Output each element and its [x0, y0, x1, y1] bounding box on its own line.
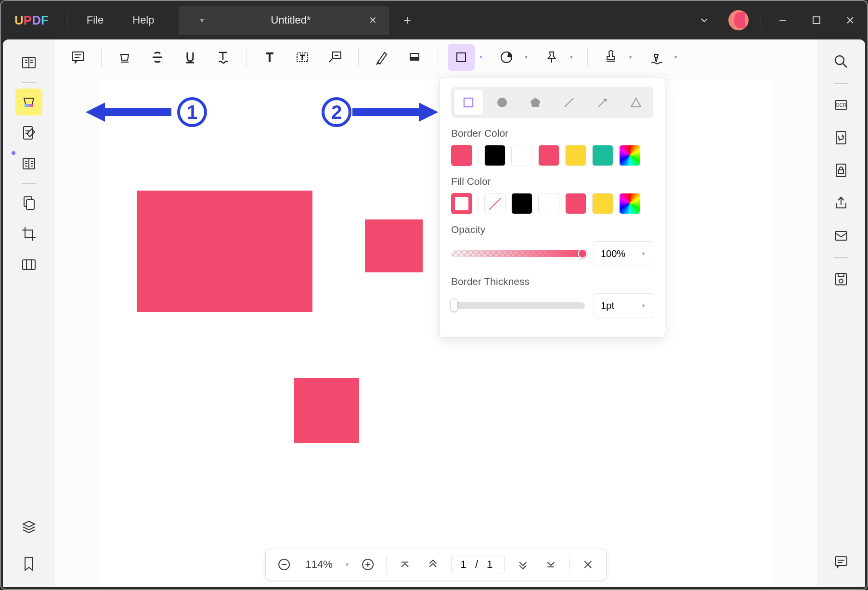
user-avatar[interactable]	[728, 10, 749, 30]
dropdown-arrow-icon[interactable]: ▼	[674, 54, 678, 60]
layers-icon[interactable]	[15, 514, 42, 541]
organize-pages-icon[interactable]	[15, 190, 42, 217]
crop-icon[interactable]	[15, 220, 42, 247]
color-swatch-pink2[interactable]	[565, 193, 586, 214]
separator	[569, 556, 570, 573]
document-viewport[interactable]: 114% ▼ 1 / 1	[55, 75, 817, 587]
left-sidebar	[3, 39, 55, 587]
search-icon[interactable]	[828, 48, 855, 75]
close-nav-button[interactable]	[578, 555, 597, 574]
rectangle-shape[interactable]	[294, 378, 359, 443]
opacity-value-box[interactable]: 100%▼	[594, 241, 653, 266]
file-menu[interactable]: File	[72, 14, 118, 26]
add-tab-button[interactable]: +	[389, 13, 426, 28]
save-icon[interactable]	[828, 266, 855, 293]
bookmark-icon[interactable]	[15, 551, 42, 577]
chat-icon[interactable]	[828, 549, 855, 576]
pin-tool-icon[interactable]	[538, 44, 565, 71]
close-tab-icon[interactable]: ✕	[369, 14, 377, 26]
last-page-button[interactable]	[541, 555, 560, 574]
shape-tool-button[interactable]	[448, 44, 475, 71]
email-icon[interactable]	[828, 222, 855, 249]
arrow-shape-tab[interactable]	[588, 90, 617, 115]
compare-icon[interactable]	[15, 251, 42, 278]
strikethrough-tool-icon[interactable]	[144, 44, 171, 71]
page-tools-icon[interactable]	[15, 150, 42, 177]
highlight-tool-icon[interactable]	[111, 44, 138, 71]
dropdown-arrow-icon[interactable]: ▼	[628, 54, 633, 60]
dropdown-arrow-icon[interactable]: ▼	[479, 54, 483, 60]
color-swatch-pink2[interactable]	[538, 145, 559, 166]
document-tab[interactable]: ▾ Untitled* ✕	[179, 6, 389, 35]
rectangle-shape[interactable]	[365, 219, 423, 272]
eraser-tool-icon[interactable]	[401, 44, 428, 71]
color-swatch-pink[interactable]	[451, 193, 472, 214]
annotation-toolbar: ▼ ▼ ▼ ▼ ▼	[55, 39, 817, 75]
separator	[438, 48, 438, 67]
dropdown-arrow-icon[interactable]: ▼	[345, 562, 350, 567]
color-swatch-black[interactable]	[484, 145, 505, 166]
separator	[587, 48, 588, 67]
protect-icon[interactable]	[828, 157, 855, 184]
separator	[761, 13, 761, 28]
text-tool-icon[interactable]	[256, 44, 283, 71]
color-swatch-white[interactable]	[538, 193, 559, 214]
minimize-button[interactable]	[766, 11, 800, 30]
color-picker-swatch[interactable]	[619, 193, 640, 214]
convert-icon[interactable]	[828, 124, 855, 151]
color-picker-swatch[interactable]	[619, 145, 640, 166]
svg-rect-26	[838, 273, 844, 277]
separator	[22, 82, 36, 83]
sticker-tool-icon[interactable]	[493, 44, 520, 71]
pencil-tool-icon[interactable]	[368, 44, 395, 71]
edit-pdf-icon[interactable]	[15, 119, 42, 146]
opacity-slider[interactable]	[451, 250, 585, 257]
thickness-value-box[interactable]: 1pt▼	[594, 293, 653, 318]
svg-rect-0	[813, 17, 820, 24]
prev-page-button[interactable]	[424, 555, 443, 574]
comment-tool-icon[interactable]	[15, 89, 42, 115]
ocr-icon[interactable]: OCR	[828, 91, 855, 118]
squiggly-tool-icon[interactable]	[209, 44, 236, 71]
dropdown-arrow-icon[interactable]: ▼	[524, 54, 529, 60]
close-window-button[interactable]	[833, 11, 867, 30]
share-icon[interactable]	[828, 190, 855, 217]
separator	[834, 257, 848, 258]
triangle-shape-tab[interactable]	[622, 90, 650, 115]
color-swatch-white[interactable]	[511, 145, 532, 166]
svg-point-30	[497, 98, 507, 107]
color-swatch-yellow[interactable]	[592, 193, 613, 214]
zoom-in-button[interactable]	[359, 555, 378, 574]
rectangle-shape[interactable]	[137, 191, 312, 312]
maximize-button[interactable]	[800, 11, 833, 30]
svg-marker-33	[86, 103, 171, 122]
svg-rect-14	[457, 53, 466, 62]
callout-tool-icon[interactable]	[322, 44, 349, 71]
signature-tool-icon[interactable]	[643, 44, 670, 71]
page-indicator[interactable]: 1 / 1	[452, 555, 505, 574]
note-tool-icon[interactable]	[65, 44, 91, 71]
help-menu[interactable]: Help	[118, 14, 168, 26]
next-page-button[interactable]	[513, 555, 532, 574]
first-page-button[interactable]	[396, 555, 415, 574]
color-swatch-none[interactable]	[484, 193, 505, 214]
svg-marker-34	[352, 103, 438, 122]
rectangle-shape-tab[interactable]	[454, 90, 483, 115]
polygon-shape-tab[interactable]	[521, 90, 550, 115]
line-shape-tab[interactable]	[555, 90, 583, 115]
color-swatch-pink[interactable]	[451, 145, 472, 166]
zoom-out-button[interactable]	[274, 555, 294, 574]
stamp-tool-icon[interactable]	[597, 44, 624, 71]
text-box-tool-icon[interactable]	[289, 44, 316, 71]
tab-dropdown-icon[interactable]: ▾	[191, 16, 213, 24]
color-swatch-black[interactable]	[511, 193, 532, 214]
reader-mode-icon[interactable]	[15, 49, 42, 76]
oval-shape-tab[interactable]	[488, 90, 517, 115]
color-swatch-teal[interactable]	[592, 145, 613, 166]
color-swatch-yellow[interactable]	[565, 145, 586, 166]
underline-tool-icon[interactable]	[177, 44, 204, 71]
svg-point-18	[835, 56, 844, 64]
thickness-slider[interactable]	[451, 302, 585, 309]
chevron-down-icon[interactable]	[687, 11, 721, 30]
dropdown-arrow-icon[interactable]: ▼	[569, 54, 574, 60]
